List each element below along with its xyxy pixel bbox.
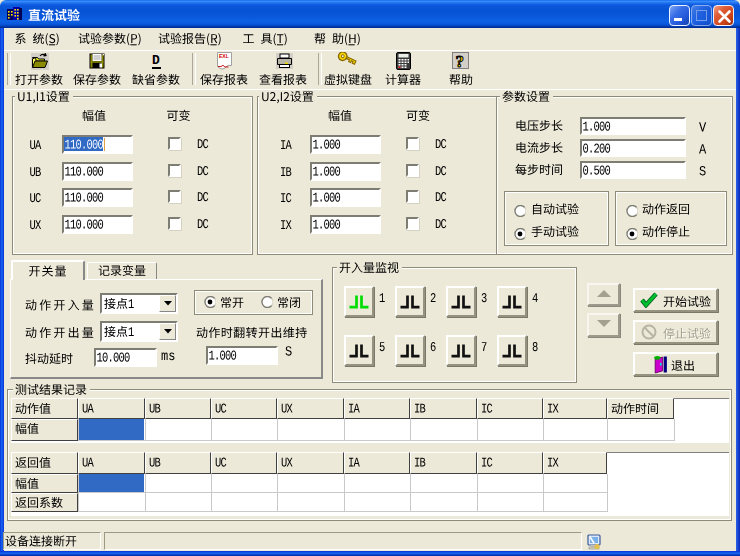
- svg-text:?: ?: [456, 52, 465, 69]
- svg-text:EXL: EXL: [219, 53, 229, 59]
